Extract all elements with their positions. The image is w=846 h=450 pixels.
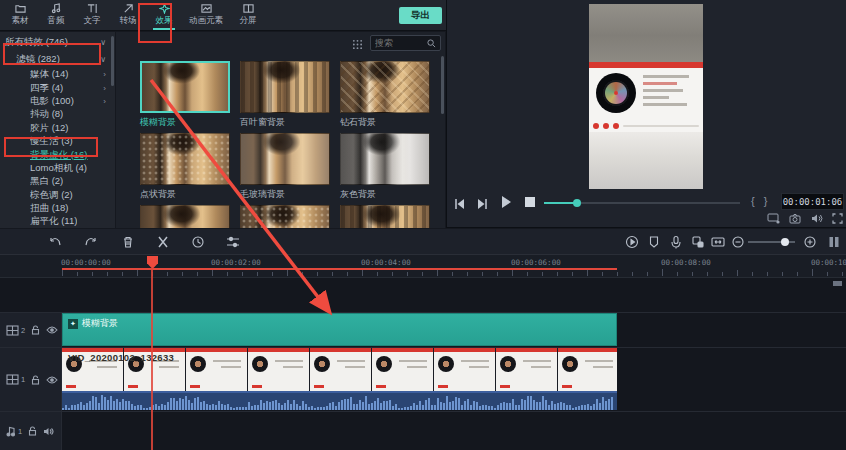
fullscreen-icon[interactable]: [832, 213, 843, 224]
sidebar-scrollbar[interactable]: [111, 36, 114, 86]
waveform-bar: [212, 404, 214, 410]
lock-icon[interactable]: [31, 325, 40, 335]
tab-elements[interactable]: 动画元素: [182, 0, 230, 30]
tab-media[interactable]: 素材: [2, 0, 38, 30]
effect-card-blinds-bg[interactable]: 百叶窗背景: [240, 61, 330, 129]
video-clip[interactable]: VID_20200102_132633: [62, 348, 617, 410]
waveform-bar: [434, 405, 436, 410]
ruler-tick: [392, 272, 393, 276]
sidebar-item-flat[interactable]: 扁平化 (11): [0, 215, 115, 228]
delete-button[interactable]: [121, 235, 135, 249]
sidebar-item-sepia[interactable]: 棕色调 (2): [0, 189, 115, 202]
next-frame-button[interactable]: [476, 196, 489, 214]
sidebar-item-film[interactable]: 胶片 (12): [0, 122, 115, 135]
tab-audio[interactable]: 音频: [38, 0, 74, 30]
timeline-zoom-slider[interactable]: [748, 241, 795, 243]
tab-text[interactable]: 文字: [74, 0, 110, 30]
waveform-bar: [455, 397, 457, 410]
tab-split-screen[interactable]: 分屏: [230, 0, 266, 30]
tab-effects[interactable]: 效果: [146, 0, 182, 30]
previous-frame-button[interactable]: [453, 196, 466, 214]
speaker-icon[interactable]: [43, 427, 54, 436]
duration-clock-button[interactable]: [191, 235, 205, 249]
search-icon[interactable]: [427, 39, 436, 48]
ruler-tick: [62, 269, 63, 276]
music-note-icon: [51, 3, 62, 14]
effect-card-blur-bg[interactable]: 模糊背景: [140, 61, 230, 129]
snapshot-camera-icon[interactable]: [789, 213, 801, 224]
timeline-scroll-nub[interactable]: [833, 281, 842, 286]
music-note-icon: [6, 426, 16, 437]
undo-button[interactable]: [48, 235, 62, 249]
export-button[interactable]: 导出: [399, 7, 442, 24]
waveform-bar: [131, 404, 133, 410]
eye-icon[interactable]: [46, 326, 58, 334]
effect-card-gray-bg[interactable]: 灰色背景: [340, 133, 430, 201]
redo-button[interactable]: [84, 235, 98, 249]
adjust-settings-button[interactable]: [226, 235, 240, 249]
sidebar-item-lomo[interactable]: Lomo相机 (4): [0, 162, 115, 175]
volume-icon[interactable]: [811, 213, 823, 224]
marker-button[interactable]: [647, 235, 661, 249]
effect-card-diamond-bg[interactable]: 钻石背景: [340, 61, 430, 129]
play-button[interactable]: [502, 196, 511, 208]
sidebar-item-filters[interactable]: 滤镜 (282)∨: [0, 51, 115, 68]
search-input[interactable]: [375, 38, 427, 48]
sidebar-item-movies[interactable]: 电影 (100)›: [0, 95, 115, 108]
render-preview-button[interactable]: [625, 235, 639, 249]
waveform-bar: [485, 405, 487, 410]
voiceover-mic-button[interactable]: [669, 235, 683, 249]
track-height-button[interactable]: [827, 235, 841, 249]
effect-card-frosted-bg[interactable]: 毛玻璃背景: [240, 133, 330, 201]
stop-button[interactable]: [525, 197, 535, 207]
waveform-bar: [62, 408, 64, 410]
effect-card-partial[interactable]: [340, 205, 430, 228]
lock-icon[interactable]: [28, 426, 37, 436]
sidebar-item-all-effects[interactable]: 所有特效 (746)∨: [0, 34, 115, 51]
waveform-bar: [257, 405, 259, 410]
sidebar-item-media[interactable]: 媒体 (14)›: [0, 68, 115, 81]
sidebar-item-seasons[interactable]: 四季 (4)›: [0, 81, 115, 94]
effect-card-dots-bg[interactable]: 点状背景: [140, 133, 230, 201]
ruler-tick: [332, 272, 333, 276]
sidebar-item-background-blur[interactable]: 背景虚化 (16): [0, 148, 115, 161]
zoom-to-fit-button[interactable]: [711, 235, 725, 249]
sidebar-item-black-white[interactable]: 黑白 (2): [0, 175, 115, 188]
grid-view-icon[interactable]: [352, 39, 363, 50]
waveform-bar: [398, 408, 400, 410]
ruler-tick: [182, 272, 183, 276]
effect-card-partial[interactable]: [140, 205, 230, 228]
waveform-bar: [392, 406, 394, 410]
sidebar-item-distort[interactable]: 扭曲 (18): [0, 202, 115, 215]
effect-card-partial[interactable]: [240, 205, 330, 228]
display-device-icon[interactable]: [767, 213, 780, 224]
effect-clip-blur-bg[interactable]: ✦ 模糊背景: [62, 313, 617, 346]
zoom-out-button[interactable]: [731, 235, 745, 249]
waveform-bar: [380, 403, 382, 410]
top-tab-bar: 素材 音频 文字 转场 效果 动画元素 分屏: [0, 0, 446, 31]
tab-transition[interactable]: 转场: [110, 0, 146, 30]
waveform-bar: [587, 404, 589, 410]
lock-icon[interactable]: [31, 375, 40, 385]
ruler-tick: [782, 272, 783, 276]
sidebar-item-shake[interactable]: 抖动 (8): [0, 108, 115, 121]
playhead-line[interactable]: [151, 268, 153, 450]
zoom-slider-knob[interactable]: [781, 238, 789, 246]
ruler-tick: [437, 270, 438, 276]
sidebar-item-slow-life[interactable]: 慢生活 (3): [0, 135, 115, 148]
audio-mixer-button[interactable]: [691, 235, 705, 249]
waveform-bar: [338, 402, 340, 410]
transition-icon: [123, 3, 134, 14]
timeline-ruler[interactable]: 00:00:00:00 00:00:02:00 00:00:04:00 00:0…: [0, 255, 846, 278]
mark-in-out-icon[interactable]: { }: [751, 195, 770, 207]
zoom-in-button[interactable]: [803, 235, 817, 249]
playback-slider[interactable]: [544, 202, 740, 204]
eye-icon[interactable]: [46, 376, 58, 384]
effects-scrollbar[interactable]: [441, 56, 444, 114]
waveform-bar: [197, 397, 199, 410]
waveform-bar: [548, 405, 550, 410]
slider-knob[interactable]: [573, 199, 581, 207]
preview-video[interactable]: [589, 4, 703, 189]
track-1-header: 1: [0, 348, 62, 411]
split-scissors-button[interactable]: [156, 235, 170, 249]
